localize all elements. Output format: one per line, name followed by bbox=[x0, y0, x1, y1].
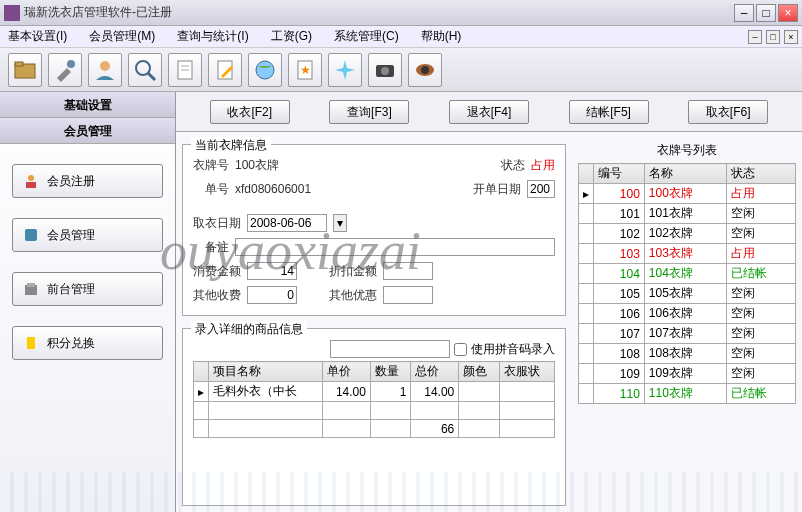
tagno-value: 100衣牌 bbox=[235, 157, 279, 174]
remark-input[interactable] bbox=[235, 238, 555, 256]
tag-info-title: 当前衣牌信息 bbox=[191, 137, 271, 154]
query-button[interactable]: 查询[F3] bbox=[329, 100, 409, 124]
settle-button[interactable]: 结帐[F5] bbox=[569, 100, 649, 124]
svg-rect-21 bbox=[27, 283, 35, 287]
toolbar-btn-11[interactable] bbox=[408, 53, 442, 87]
col-name[interactable]: 名称 bbox=[644, 164, 726, 184]
menu-salary[interactable]: 工资(G) bbox=[267, 26, 316, 47]
toolbar-btn-2[interactable] bbox=[48, 53, 82, 87]
sidebar-header-basic[interactable]: 基础设置 bbox=[0, 92, 175, 118]
col-status[interactable]: 状态 bbox=[726, 164, 795, 184]
document-icon bbox=[173, 58, 197, 82]
toolbar-btn-4[interactable] bbox=[128, 53, 162, 87]
col-color[interactable]: 颜色 bbox=[459, 362, 499, 382]
cell-clothstatus bbox=[499, 382, 554, 402]
camera-icon bbox=[373, 58, 397, 82]
toolbar-btn-8[interactable]: ★ bbox=[288, 53, 322, 87]
tagno-label: 衣牌号 bbox=[193, 157, 229, 174]
pickupdate-input[interactable] bbox=[247, 214, 327, 232]
lens-icon bbox=[413, 58, 437, 82]
page-star-icon: ★ bbox=[293, 58, 317, 82]
menu-help[interactable]: 帮助(H) bbox=[417, 26, 466, 47]
sidebar-header-member[interactable]: 会员管理 bbox=[0, 118, 175, 144]
table-row[interactable]: ▸100100衣牌占用 bbox=[579, 184, 796, 204]
col-total[interactable]: 总价 bbox=[411, 362, 459, 382]
footer-total: 66 bbox=[411, 420, 459, 438]
menu-basic[interactable]: 基本设置(I) bbox=[4, 26, 71, 47]
sidebar-btn-front[interactable]: 前台管理 bbox=[12, 272, 163, 306]
orderdate-input[interactable] bbox=[527, 180, 555, 198]
minimize-button[interactable]: – bbox=[734, 4, 754, 22]
pinyin-checkbox[interactable] bbox=[454, 343, 467, 356]
toolbar-btn-1[interactable] bbox=[8, 53, 42, 87]
col-clothstatus[interactable]: 衣服状 bbox=[499, 362, 554, 382]
sidebar-btn-label: 前台管理 bbox=[47, 281, 95, 298]
table-row[interactable]: ▸ 毛料外衣（中长 14.00 1 14.00 bbox=[194, 382, 555, 402]
col-price[interactable]: 单价 bbox=[323, 362, 371, 382]
globe-icon bbox=[253, 58, 277, 82]
table-row[interactable]: 105105衣牌空闲 bbox=[579, 284, 796, 304]
register-icon bbox=[23, 173, 39, 189]
toolbar-btn-6[interactable] bbox=[208, 53, 242, 87]
otherdisc-input[interactable] bbox=[383, 286, 433, 304]
sidebar: 基础设置 会员管理 会员注册 会员管理 前台管理 积分兑换 bbox=[0, 92, 176, 512]
svg-point-3 bbox=[100, 61, 110, 71]
toolbar-btn-9[interactable] bbox=[328, 53, 362, 87]
toolbar-btn-10[interactable] bbox=[368, 53, 402, 87]
sidebar-btn-register[interactable]: 会员注册 bbox=[12, 164, 163, 198]
toolbar-btn-5[interactable] bbox=[168, 53, 202, 87]
user-icon bbox=[93, 58, 117, 82]
toolbar-btn-7[interactable] bbox=[248, 53, 282, 87]
goods-search-input[interactable] bbox=[330, 340, 450, 358]
table-row[interactable]: 109109衣牌空闲 bbox=[579, 364, 796, 384]
sidebar-btn-manage[interactable]: 会员管理 bbox=[12, 218, 163, 252]
tag-info-box: 当前衣牌信息 衣牌号 100衣牌 状态 占用 单号 xfd080606001 开… bbox=[182, 144, 566, 316]
receive-button[interactable]: 收衣[F2] bbox=[210, 100, 290, 124]
table-row[interactable]: 110110衣牌已结帐 bbox=[579, 384, 796, 404]
mdi-minimize-button[interactable]: – bbox=[748, 30, 762, 44]
pickup-button[interactable]: 取衣[F6] bbox=[688, 100, 768, 124]
svg-point-14 bbox=[381, 67, 389, 75]
cell-qty: 1 bbox=[370, 382, 410, 402]
table-row[interactable] bbox=[194, 402, 555, 420]
table-row[interactable]: 106106衣牌空闲 bbox=[579, 304, 796, 324]
mdi-restore-button[interactable]: □ bbox=[766, 30, 780, 44]
dropdown-icon[interactable]: ▾ bbox=[333, 214, 347, 232]
close-button[interactable]: × bbox=[778, 4, 798, 22]
table-row[interactable]: 104104衣牌已结帐 bbox=[579, 264, 796, 284]
col-qty[interactable]: 数量 bbox=[370, 362, 410, 382]
maximize-button[interactable]: □ bbox=[756, 4, 776, 22]
discount-input[interactable] bbox=[383, 262, 433, 280]
svg-rect-18 bbox=[26, 182, 36, 188]
menu-query[interactable]: 查询与统计(I) bbox=[173, 26, 252, 47]
table-row[interactable]: 108108衣牌空闲 bbox=[579, 344, 796, 364]
col-no[interactable]: 编号 bbox=[594, 164, 645, 184]
sidebar-btn-points[interactable]: 积分兑换 bbox=[12, 326, 163, 360]
otherfee-input[interactable] bbox=[247, 286, 297, 304]
otherdisc-label: 其他优惠 bbox=[329, 287, 377, 304]
table-row[interactable]: 101101衣牌空闲 bbox=[579, 204, 796, 224]
svg-rect-1 bbox=[15, 62, 23, 66]
svg-rect-22 bbox=[27, 337, 35, 349]
menu-member[interactable]: 会员管理(M) bbox=[85, 26, 159, 47]
sparkle-icon bbox=[333, 58, 357, 82]
return-button[interactable]: 退衣[F4] bbox=[449, 100, 529, 124]
mdi-close-button[interactable]: × bbox=[784, 30, 798, 44]
orderno-value: xfd080606001 bbox=[235, 182, 311, 196]
window-title: 瑞新洗衣店管理软件-已注册 bbox=[24, 4, 734, 21]
amount-input[interactable] bbox=[247, 262, 297, 280]
orderno-label: 单号 bbox=[205, 181, 229, 198]
amount-label: 消费金额 bbox=[193, 263, 241, 280]
folder-icon bbox=[13, 58, 37, 82]
col-name[interactable]: 项目名称 bbox=[209, 362, 323, 382]
table-row[interactable]: 102102衣牌空闲 bbox=[579, 224, 796, 244]
table-header-row: 编号 名称 状态 bbox=[579, 164, 796, 184]
menu-system[interactable]: 系统管理(C) bbox=[330, 26, 403, 47]
goods-box: 录入详细的商品信息 使用拼音码录入 项目名称 单价 数量 总价 bbox=[182, 328, 566, 506]
titlebar: 瑞新洗衣店管理软件-已注册 – □ × bbox=[0, 0, 802, 26]
table-row[interactable]: 107107衣牌空闲 bbox=[579, 324, 796, 344]
remark-label: 备注 bbox=[205, 239, 229, 256]
table-row[interactable]: 103103衣牌占用 bbox=[579, 244, 796, 264]
taglist-title: 衣牌号列表 bbox=[578, 138, 796, 163]
toolbar-btn-3[interactable] bbox=[88, 53, 122, 87]
